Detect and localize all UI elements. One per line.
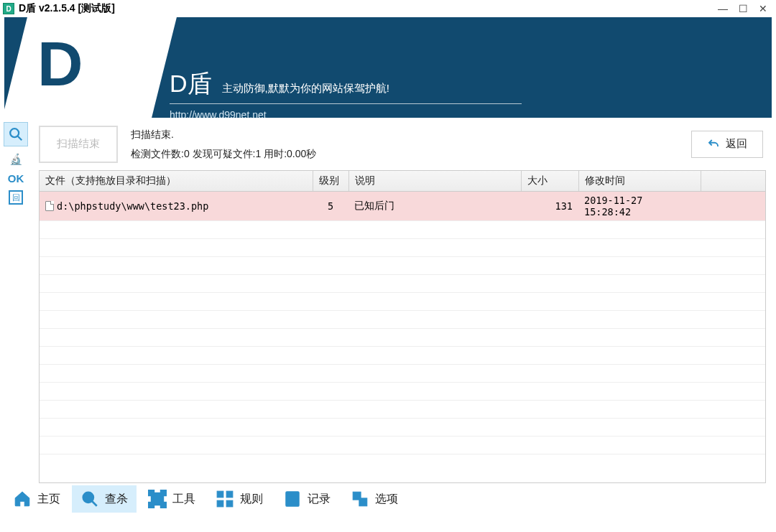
- table-header-row: 文件（支持拖放目录和扫描） 级别 说明 大小 修改时间: [40, 171, 765, 192]
- table-row: [40, 401, 765, 419]
- banner-headline: D盾 主动防御,默默为你的网站保驾护航!: [170, 67, 389, 101]
- nav-home-label: 主页: [37, 492, 60, 507]
- options-icon: [351, 490, 369, 508]
- minimize-button[interactable]: —: [713, 1, 733, 16]
- table-row: [40, 221, 765, 239]
- svg-rect-8: [161, 503, 166, 508]
- svg-line-1: [18, 136, 22, 141]
- nav-home[interactable]: 主页: [4, 485, 69, 513]
- tools-icon: [148, 490, 167, 508]
- table-row: [40, 257, 765, 275]
- table-row: [40, 365, 765, 383]
- scan-header: 扫描结束 扫描结束. 检测文件数:0 发现可疑文件:1 用时:0.00秒 返回: [32, 121, 772, 170]
- file-icon: [45, 201, 54, 211]
- svg-rect-6: [161, 490, 166, 495]
- banner-url[interactable]: http://www.d99net.net: [170, 109, 267, 118]
- nav-rules-label: 规则: [240, 492, 263, 507]
- svg-rect-9: [217, 491, 223, 498]
- logo-letter: D: [37, 39, 83, 89]
- title-bar: D D盾 v2.1.5.4 [测试版] — ☐ ✕: [0, 0, 776, 17]
- cell-desc: 已知后门: [348, 192, 521, 221]
- table-row[interactable]: d:\phpstudy\www\test23.php 5 已知后门 131 20…: [40, 192, 765, 221]
- table-row: [40, 293, 765, 311]
- app-icon: D: [3, 3, 14, 14]
- cell-mtime: 2019-11-27 15:28:42: [578, 192, 701, 221]
- cell-size: 131: [521, 192, 578, 221]
- table-row: [40, 311, 765, 329]
- svg-point-2: [83, 493, 93, 503]
- bottom-nav: 主页 查杀 工具 规则 记录 选项: [0, 483, 776, 515]
- logs-icon: [283, 490, 302, 508]
- nav-logs-label: 记录: [308, 492, 331, 507]
- encoding-icon[interactable]: 回: [9, 190, 23, 205]
- undo-icon: [707, 138, 720, 151]
- table-row: [40, 347, 765, 365]
- svg-rect-7: [149, 503, 154, 508]
- col-size[interactable]: 大小: [521, 171, 578, 192]
- rules-icon: [216, 490, 234, 508]
- scan-status-line2: 检测文件数:0 发现可疑文件:1 用时:0.00秒: [131, 144, 316, 164]
- ok-icon[interactable]: OK: [8, 172, 24, 185]
- svg-rect-12: [226, 500, 233, 507]
- nav-tools[interactable]: 工具: [139, 485, 204, 513]
- svg-point-0: [10, 129, 19, 137]
- svg-rect-5: [149, 490, 154, 495]
- scan-status-line1: 扫描结束.: [131, 125, 316, 144]
- nav-logs[interactable]: 记录: [274, 485, 339, 513]
- table-row: [40, 239, 765, 257]
- close-button[interactable]: ✕: [753, 1, 773, 16]
- nav-scan[interactable]: 查杀: [72, 485, 137, 513]
- table-row: [40, 383, 765, 401]
- svg-line-3: [92, 501, 97, 506]
- table-row: [40, 419, 765, 437]
- search-icon: [80, 490, 99, 508]
- return-label: 返回: [726, 137, 747, 151]
- search-icon[interactable]: [4, 122, 28, 146]
- nav-options[interactable]: 选项: [342, 485, 407, 513]
- results-table: 文件（支持拖放目录和扫描） 级别 说明 大小 修改时间 d:\phpstudy\…: [39, 170, 766, 483]
- table-row: [40, 329, 765, 347]
- window-title: D盾 v2.1.5.4 [测试版]: [19, 2, 115, 15]
- col-spacer: [701, 171, 765, 192]
- nav-tools-label: 工具: [172, 492, 195, 507]
- table-row: [40, 275, 765, 293]
- home-icon: [13, 490, 32, 508]
- left-toolbar: 🔬 OK 回: [0, 118, 32, 483]
- return-button[interactable]: 返回: [691, 131, 763, 158]
- nav-scan-label: 查杀: [105, 492, 128, 507]
- nav-rules[interactable]: 规则: [207, 485, 272, 513]
- table-row: [40, 437, 765, 454]
- svg-rect-18: [359, 498, 367, 506]
- svg-rect-10: [226, 491, 233, 498]
- cell-level: 5: [313, 192, 348, 221]
- scan-status: 扫描结束. 检测文件数:0 发现可疑文件:1 用时:0.00秒: [131, 125, 316, 163]
- nav-options-label: 选项: [375, 492, 398, 507]
- maximize-button[interactable]: ☐: [733, 1, 753, 16]
- col-file[interactable]: 文件（支持拖放目录和扫描）: [40, 171, 313, 192]
- microscope-icon[interactable]: 🔬: [9, 152, 23, 167]
- svg-rect-11: [217, 500, 223, 507]
- cell-file: d:\phpstudy\www\test23.php: [57, 200, 208, 212]
- banner-title: D盾: [170, 67, 212, 101]
- col-level[interactable]: 级别: [313, 171, 348, 192]
- col-desc[interactable]: 说明: [348, 171, 521, 192]
- banner-tagline: 主动防御,默默为你的网站保驾护航!: [222, 82, 389, 95]
- scan-end-button[interactable]: 扫描结束: [39, 126, 118, 163]
- header-banner: D D盾 主动防御,默默为你的网站保驾护航! http://www.d99net…: [4, 17, 772, 118]
- col-mtime[interactable]: 修改时间: [578, 171, 701, 192]
